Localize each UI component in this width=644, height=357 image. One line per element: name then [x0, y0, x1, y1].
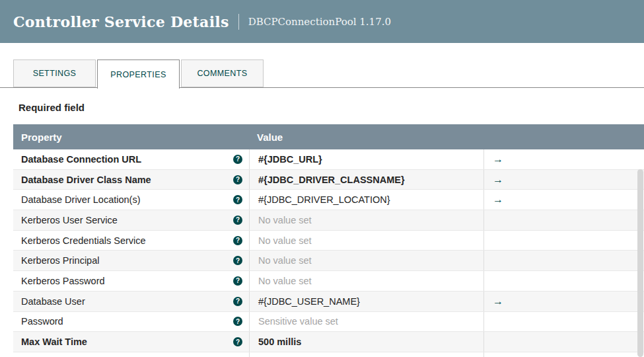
property-value: No value set: [258, 255, 312, 266]
property-row[interactable]: Kerberos User Service?No value set: [13, 210, 644, 231]
go-to-parameter-icon[interactable]: →: [493, 194, 503, 205]
dialog-subtitle: DBCPConnectionPool 1.17.0: [248, 16, 391, 28]
help-icon[interactable]: ?: [233, 276, 242, 286]
property-value: #{JDBC_URL}: [258, 154, 322, 165]
property-value-cell: #{JDBC_URL}: [249, 149, 483, 169]
property-name-cell: Kerberos Password?: [13, 271, 249, 291]
property-name-cell: Database Connection URL?: [13, 149, 249, 169]
property-name-cell: Kerberos User Service?: [13, 210, 249, 230]
property-value-cell: No value set: [249, 271, 483, 291]
table-header-row: Property Value: [13, 124, 644, 149]
property-value: #{JDBC_DRIVER_LOCATION}: [258, 194, 390, 205]
property-name-cell: Kerberos Principal?: [13, 251, 249, 270]
go-to-parameter-icon[interactable]: →: [493, 175, 503, 185]
property-row-partial[interactable]: [13, 352, 644, 357]
help-icon[interactable]: ?: [233, 195, 242, 204]
property-value-cell: No value set: [249, 231, 483, 251]
property-name: Database Driver Class Name: [21, 175, 151, 185]
goto-cell: [483, 271, 644, 291]
property-name: Max Wait Time: [21, 337, 87, 347]
goto-cell: →: [483, 292, 644, 311]
property-value: #{JDBC_USER_NAME}: [258, 296, 360, 307]
help-icon[interactable]: ?: [233, 155, 242, 164]
property-name-cell: Max Wait Time?: [13, 332, 249, 352]
property-value-cell: No value set: [249, 251, 483, 270]
help-icon[interactable]: ?: [233, 317, 242, 326]
property-name-cell: Database Driver Location(s)?: [13, 190, 249, 210]
property-value-cell: Sensitive value set: [249, 312, 483, 332]
property-value-cell: #{JDBC_USER_NAME}: [249, 292, 483, 311]
property-name: Kerberos Password: [21, 276, 105, 286]
goto-cell: →: [483, 170, 644, 190]
go-to-parameter-icon[interactable]: →: [493, 154, 503, 165]
property-name-cell: Database User?: [13, 292, 249, 311]
property-row[interactable]: Database Connection URL?#{JDBC_URL}→: [13, 149, 644, 170]
property-name: Kerberos User Service: [21, 215, 118, 225]
property-value-cell: #{JDBC_DRIVER_CLASSNAME}: [249, 170, 483, 190]
tab-bar: SETTINGSPROPERTIESCOMMENTS: [13, 60, 265, 89]
property-name: Kerberos Credentials Service: [21, 235, 146, 246]
help-icon[interactable]: ?: [233, 256, 242, 265]
goto-cell: [483, 251, 644, 270]
property-value-cell: #{JDBC_DRIVER_LOCATION}: [249, 190, 483, 210]
goto-cell: [483, 312, 644, 332]
property-row[interactable]: Database Driver Location(s)?#{JDBC_DRIVE…: [13, 190, 644, 210]
property-name: Database User: [21, 296, 85, 307]
property-value: Sensitive value set: [258, 316, 338, 327]
tab-comments[interactable]: COMMENTS: [181, 60, 264, 87]
controller-service-details-dialog: Controller Service Details DBCPConnectio…: [0, 0, 644, 357]
goto-cell: →: [483, 190, 644, 210]
property-name: Kerberos Principal: [21, 255, 99, 266]
property-row[interactable]: Max Wait Time?500 millis: [13, 332, 644, 352]
property-name-cell: Database Driver Class Name?: [13, 170, 249, 190]
tab-settings[interactable]: SETTINGS: [13, 60, 96, 87]
property-row[interactable]: Database Driver Class Name?#{JDBC_DRIVER…: [13, 170, 644, 190]
help-icon[interactable]: ?: [233, 297, 242, 306]
help-icon[interactable]: ?: [233, 236, 242, 245]
property-row[interactable]: Kerberos Principal?No value set: [13, 251, 644, 271]
goto-cell: [483, 332, 644, 352]
dialog-title: Controller Service Details: [13, 13, 229, 30]
help-icon[interactable]: ?: [233, 337, 242, 346]
goto-cell: [483, 210, 644, 230]
property-name: Database Driver Location(s): [21, 194, 141, 205]
property-name-cell: Password?: [13, 312, 249, 332]
help-icon[interactable]: ?: [233, 175, 242, 184]
go-to-parameter-icon[interactable]: →: [493, 296, 503, 307]
scrollbar-thumb[interactable]: [637, 169, 643, 357]
property-name-cell: Kerberos Credentials Service?: [13, 231, 249, 251]
title-divider: [238, 14, 239, 30]
property-value: 500 millis: [258, 337, 301, 347]
value-column-header: Value: [249, 124, 644, 149]
property-name: Password: [21, 316, 63, 327]
table-body: Database Connection URL?#{JDBC_URL}→Data…: [13, 149, 644, 352]
goto-cell: [483, 231, 644, 251]
property-row[interactable]: Password?Sensitive value set: [13, 312, 644, 333]
required-field-label: Required field: [18, 102, 85, 113]
dialog-header: Controller Service Details DBCPConnectio…: [0, 0, 644, 43]
property-value: No value set: [258, 276, 312, 286]
help-icon[interactable]: ?: [233, 216, 242, 225]
table-scrollbar[interactable]: [637, 149, 644, 357]
property-value-cell: No value set: [249, 210, 483, 230]
property-name: Database Connection URL: [21, 154, 141, 165]
property-value: #{JDBC_DRIVER_CLASSNAME}: [258, 175, 405, 185]
property-row[interactable]: Database User?#{JDBC_USER_NAME}→: [13, 292, 644, 312]
goto-cell: →: [483, 149, 644, 169]
property-column-header: Property: [13, 124, 249, 149]
property-value: No value set: [258, 235, 312, 246]
properties-table: Property Value Database Connection URL?#…: [13, 124, 644, 357]
property-value: No value set: [258, 215, 312, 225]
property-row[interactable]: Kerberos Password?No value set: [13, 271, 644, 292]
property-row[interactable]: Kerberos Credentials Service?No value se…: [13, 231, 644, 251]
property-value-cell: 500 millis: [249, 332, 483, 352]
tab-properties[interactable]: PROPERTIES: [97, 60, 180, 89]
